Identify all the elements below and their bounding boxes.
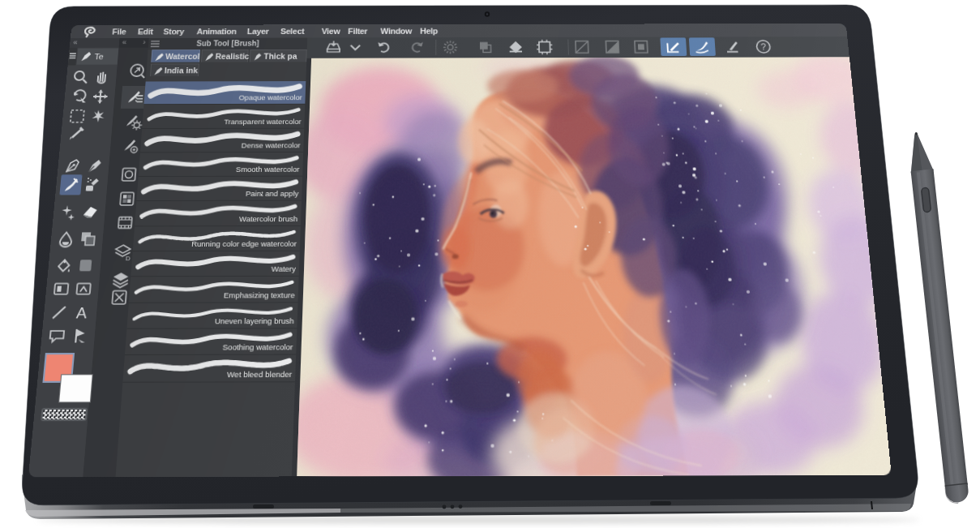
svg-text:D: D xyxy=(126,255,131,263)
svg-text:?: ? xyxy=(760,42,766,52)
svg-text:A: A xyxy=(75,304,88,322)
